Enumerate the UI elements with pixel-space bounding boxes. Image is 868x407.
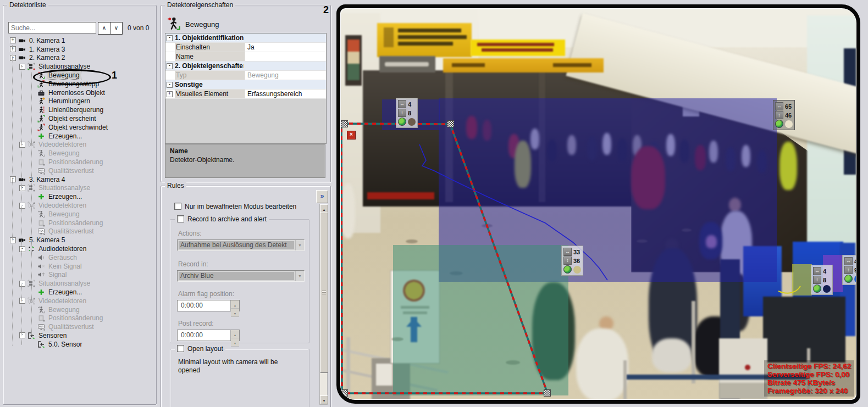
record-in-dropdown[interactable]: Archiv Blue [177,270,305,282]
alarm-flag-spinner[interactable]: 0:00:00 [177,300,240,311]
zone-color-dot[interactable] [573,266,581,274]
tree-item[interactable]: Positionsänderung [5,219,154,227]
actions-dropdown[interactable]: Aufnahme bei Auslösung des Detekt [177,239,305,251]
object-size-badge[interactable]: ↔ 33 ↕ 36 [561,246,583,276]
property-expander-icon[interactable]: - [167,82,173,88]
zone-color-globe-icon[interactable] [844,275,853,283]
property-value[interactable]: Erfassungsbereich [245,90,326,98]
property-row[interactable]: - Sonstige [165,80,326,90]
property-expander-icon[interactable]: - [167,63,173,69]
property-value[interactable]: Bewegung [245,71,326,79]
armed-mode-checkbox-row[interactable]: Nur im bewaffneten Modus bearbeiten [174,203,296,210]
tree-expander-icon[interactable]: - [19,142,25,148]
property-row[interactable]: Einschalten Ja [165,43,326,52]
tree-item[interactable]: Bewegung [5,149,154,158]
tree-item[interactable]: - Audiodetektoren [5,244,154,253]
object-size-badge[interactable]: ↔ 4 ↕ 8 [811,265,833,295]
tree-item[interactable]: Bewegungsstopp [5,80,154,88]
zone-color-dot[interactable] [408,118,416,126]
tree-item[interactable]: Objekt verschwindet [5,123,154,132]
tree-item[interactable]: Signal [5,271,154,280]
tree-item[interactable]: - 3. Kamera 4 [5,175,154,184]
open-layout-checkbox-row[interactable]: Open layout [175,345,225,353]
spinner-buttons[interactable] [230,330,239,341]
zone-color-globe-icon[interactable] [563,265,572,274]
tree-item[interactable]: Qualitätsverlust [5,227,154,236]
zone-color-globe-icon[interactable] [398,118,406,126]
property-row[interactable]: - 2. Objekteigenschaften [165,62,326,71]
search-input[interactable] [8,22,96,34]
tree-item[interactable]: - Situationsanalyse [5,62,154,71]
tree-expander-icon[interactable]: + [10,46,16,52]
post-record-value[interactable]: 0:00:00 [178,330,230,341]
search-next-button[interactable] [110,22,123,35]
zone-color-globe-icon[interactable] [813,285,821,293]
tree-item[interactable]: Positionsänderung [5,314,154,323]
scroll-down-button[interactable] [320,395,328,404]
tree-item[interactable]: Qualitätsverlust [5,166,154,175]
spinner-buttons[interactable] [230,300,239,311]
tree-item[interactable]: + 0. Kamera 1 [5,36,154,45]
property-row[interactable]: Typ Bewegung [165,71,326,80]
object-size-badge[interactable]: ↔ 65 ↕ 46 [773,100,795,130]
tree-item[interactable]: Objekt erscheint [5,114,154,123]
tree-expander-icon[interactable]: - [10,237,16,243]
tree-item[interactable]: - 2. Kamera 2 [5,54,154,63]
tree-expander-icon[interactable]: - [19,203,25,209]
tree-item[interactable]: 5.0. Sensor [5,340,154,349]
post-record-spinner[interactable]: 0:00:00 [177,330,240,341]
property-value[interactable]: Ja [245,43,326,51]
tree-item[interactable]: Linienüberquerung [5,105,154,114]
tree-item[interactable]: - Videodetektoren [5,201,154,210]
tree-item[interactable]: Erzeugen... [5,288,154,297]
tree-item[interactable]: Qualitätsverlust [5,322,154,331]
tree-expander-icon[interactable]: - [19,185,25,191]
object-size-badge[interactable]: ↔ 4 ↕ 9 [842,255,856,285]
tree-item[interactable]: Bewegung [5,71,154,80]
zone-color-dot[interactable] [785,120,793,128]
rules-scrollbar[interactable] [319,204,328,405]
tree-item[interactable]: - Situationsanalyse [5,184,154,193]
property-expander-icon[interactable]: + [167,91,173,97]
tree-item[interactable]: Kein Signal [5,262,154,271]
zone-color-globe-icon[interactable] [775,120,783,128]
scroll-up-button[interactable] [320,204,328,213]
property-expander-icon[interactable]: - [167,35,173,41]
tree-expander-icon[interactable]: - [19,64,25,70]
tree-item[interactable]: - Videodetektoren [5,141,154,149]
tree-expander-icon[interactable]: - [10,55,16,61]
tree-item[interactable]: - Sensoren [5,331,154,340]
tree-expander-icon[interactable]: + [10,37,16,43]
tree-item[interactable]: Herrenloses Objekt [5,88,154,97]
tree-item[interactable]: Positionsänderung [5,158,154,166]
zone-color-dot[interactable] [854,275,856,283]
alarm-flag-value[interactable]: 0:00:00 [178,300,230,311]
tree-item[interactable]: Geräusch [5,253,154,262]
tree-expander-icon[interactable]: - [19,281,25,287]
expand-rules-button[interactable]: » [316,190,328,203]
tree-item[interactable]: Herumlungern [5,97,154,106]
zone-color-dot[interactable] [823,285,831,293]
property-row[interactable]: - 1. Objektidentifikation [165,34,326,43]
tree-item[interactable]: Erzeugen... [5,192,154,201]
open-layout-checkbox[interactable] [177,345,184,352]
tree-item[interactable]: - Situationsanalyse [5,279,154,288]
armed-mode-checkbox[interactable] [174,203,181,210]
tree-item[interactable]: - Videodetektoren [5,297,154,305]
tree-item[interactable]: Erzeugen... [5,132,154,141]
tree-item[interactable]: + 1. Kamera 3 [5,45,154,54]
scrollbar-thumb[interactable] [320,213,328,373]
tree-expander-icon[interactable]: - [19,298,25,304]
tree-expander-icon[interactable]: - [19,246,25,252]
object-size-badge[interactable]: ↔ 4 ↕ 8 [396,98,418,128]
property-row[interactable]: Name [165,52,326,62]
search-prev-button[interactable] [98,22,110,35]
record-checkbox-row[interactable]: Record to archive and alert [175,215,269,223]
tree-item[interactable]: Bewegung [5,305,154,314]
tree-expander-icon[interactable]: - [19,332,25,338]
tree-item[interactable]: Bewegung [5,210,154,219]
tree-item[interactable]: - 5. Kamera 5 [5,236,154,244]
record-checkbox[interactable] [177,215,184,222]
property-row[interactable]: + Visuelles Element Erfassungsbereich [165,90,326,99]
tree-expander-icon[interactable]: - [10,176,16,182]
